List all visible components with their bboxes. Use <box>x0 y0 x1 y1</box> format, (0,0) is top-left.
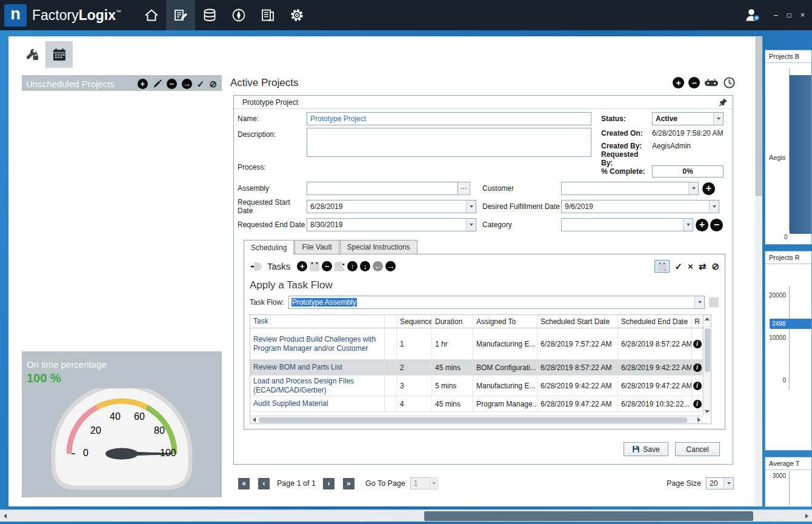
add-task-icon[interactable]: + <box>297 261 307 271</box>
table-horizontal-scrollbar[interactable] <box>250 416 703 423</box>
scroll-right-arrow[interactable] <box>697 417 701 422</box>
task-row[interactable]: Review Product Build Challenges with Pro… <box>250 328 703 360</box>
tab-file-vault[interactable]: File Vault <box>295 240 339 254</box>
user-icon[interactable] <box>744 7 762 23</box>
assign-person-icon[interactable] <box>334 262 345 271</box>
tab-setup[interactable] <box>18 41 45 68</box>
move-task-right-icon[interactable]: → <box>385 261 396 271</box>
fulfillment-select[interactable]: 9/6/2019 <box>561 200 719 213</box>
scroll-up-arrow[interactable] <box>705 317 710 320</box>
remove-active-project-icon[interactable]: − <box>688 77 700 88</box>
status-select[interactable]: Active <box>652 112 724 125</box>
requested-start-select[interactable]: 6/28/2019 <box>307 200 476 213</box>
confirm-icon[interactable]: ✓ <box>197 79 205 88</box>
name-input[interactable] <box>307 112 591 125</box>
last-page-button[interactable]: » <box>343 478 354 489</box>
maximize-button[interactable]: □ <box>787 11 791 19</box>
task-row[interactable]: Load and Process Design Files (ECAD/MCAD… <box>250 376 703 396</box>
add-task-calendar-icon[interactable] <box>310 262 319 271</box>
tab-special-instructions[interactable]: Special Instructions <box>340 240 418 254</box>
first-page-button[interactable]: « <box>238 478 250 489</box>
save-task-flow-icon[interactable] <box>709 297 719 307</box>
category-select[interactable] <box>561 218 693 231</box>
assembly-input[interactable] <box>307 182 458 195</box>
description-input[interactable] <box>307 128 591 157</box>
add-project-icon[interactable]: + <box>138 79 148 89</box>
task-row[interactable]: Audit Supplied Material 4 45 mins Progra… <box>250 396 703 412</box>
scrollbar-thumb[interactable] <box>424 511 753 521</box>
col-spacer <box>385 315 397 328</box>
col-scheduled-start[interactable]: Scheduled Start Date <box>537 315 618 328</box>
shuffle-tasks-icon[interactable]: ⇄ <box>699 262 707 271</box>
remove-project-icon[interactable]: − <box>167 79 177 89</box>
move-task-down-icon[interactable]: ↓ <box>360 261 370 271</box>
nav-settings-gear-icon[interactable] <box>282 0 311 30</box>
clear-tasks-icon[interactable]: × <box>688 262 693 271</box>
scroll-left-arrow[interactable] <box>253 417 256 422</box>
scroll-right-arrow[interactable] <box>805 514 808 519</box>
calendar-icon <box>52 47 67 62</box>
add-category-button[interactable]: + <box>696 219 708 231</box>
info-icon[interactable]: i <box>693 382 702 390</box>
col-task[interactable]: Task <box>250 315 385 328</box>
nav-dispatch-icon[interactable] <box>224 0 253 30</box>
col-scheduled-end[interactable]: Scheduled End Date <box>618 315 692 328</box>
close-button[interactable]: × <box>800 11 805 19</box>
scroll-down-arrow[interactable] <box>705 410 710 413</box>
info-icon[interactable]: i <box>693 363 702 372</box>
process-label: Process: <box>238 161 307 171</box>
page-size-select[interactable]: 20 <box>706 477 734 489</box>
info-icon[interactable]: i <box>693 400 702 408</box>
nav-documents-icon[interactable] <box>253 0 282 30</box>
ban-tasks-icon[interactable]: ⊘ <box>711 262 719 271</box>
col-sequence[interactable]: Sequence <box>397 315 432 328</box>
pin-icon[interactable] <box>719 98 728 107</box>
task-flow-combobox[interactable]: Prototype Assembly <box>288 296 705 309</box>
main-horizontal-scrollbar[interactable] <box>0 509 812 522</box>
remove-category-button[interactable]: − <box>710 219 723 231</box>
scrollbar-thumb[interactable] <box>756 37 762 196</box>
save-button[interactable]: Save <box>624 442 668 456</box>
schedule-project-icon[interactable]: → <box>182 79 192 89</box>
project-detail-panel: Prototype Project Name: Description: <box>233 95 733 465</box>
col-assigned-to[interactable]: Assigned To <box>473 315 537 328</box>
col-duration[interactable]: Duration <box>432 315 473 328</box>
remove-task-icon[interactable]: − <box>322 261 332 271</box>
accept-tasks-icon[interactable]: ✓ <box>675 262 683 271</box>
assembly-browse-button[interactable]: … <box>458 182 470 195</box>
nav-home-icon[interactable] <box>137 0 166 30</box>
tasks-arrow-icon <box>250 262 262 271</box>
table-vertical-scrollbar[interactable] <box>703 315 711 416</box>
minimize-button[interactable]: – <box>774 11 778 19</box>
move-task-left-icon[interactable]: ← <box>373 261 383 271</box>
main-vertical-scrollbar[interactable] <box>755 36 762 506</box>
info-icon[interactable]: i <box>693 340 702 348</box>
gamepad-icon[interactable] <box>704 78 719 88</box>
move-task-up-icon[interactable]: ↑ <box>347 261 358 271</box>
calendar-view-button[interactable] <box>654 260 670 273</box>
history-clock-icon[interactable] <box>723 76 736 89</box>
tab-scheduling[interactable]: Scheduling <box>244 240 294 254</box>
requested-end-select[interactable]: 8/30/2019 <box>307 218 476 231</box>
unscheduled-projects-list[interactable] <box>22 91 222 351</box>
scheduling-tab-content: Tasks + − ↑ ↓ ← → ✓ × ⇄ <box>244 254 725 429</box>
nav-materials-icon[interactable] <box>195 0 224 30</box>
fulfillment-label: Desired Fulfillment Date <box>482 202 561 211</box>
scroll-left-arrow[interactable] <box>4 514 7 519</box>
scrollbar-thumb[interactable] <box>259 417 687 423</box>
add-customer-button[interactable]: + <box>702 182 715 195</box>
task-row-selected[interactable]: Review BOM and Parts List 2 45 mins BOM … <box>250 360 703 376</box>
previous-page-button[interactable]: ‹ <box>258 478 270 489</box>
tab-scheduling-board[interactable] <box>45 41 73 68</box>
customer-select[interactable] <box>561 182 699 195</box>
cancel-icon[interactable]: ⊘ <box>209 79 217 88</box>
scrollbar-thumb[interactable] <box>705 328 710 372</box>
cancel-button[interactable]: Cancel <box>675 442 720 456</box>
next-page-button[interactable]: › <box>323 478 334 489</box>
category-label: Category <box>482 221 561 229</box>
add-active-project-icon[interactable]: + <box>673 77 684 88</box>
col-resources[interactable]: R <box>692 315 703 328</box>
fulfillment-value: 9/6/2019 <box>565 202 593 211</box>
nav-production-editor-icon[interactable] <box>166 0 195 30</box>
edit-project-icon[interactable] <box>153 79 162 88</box>
